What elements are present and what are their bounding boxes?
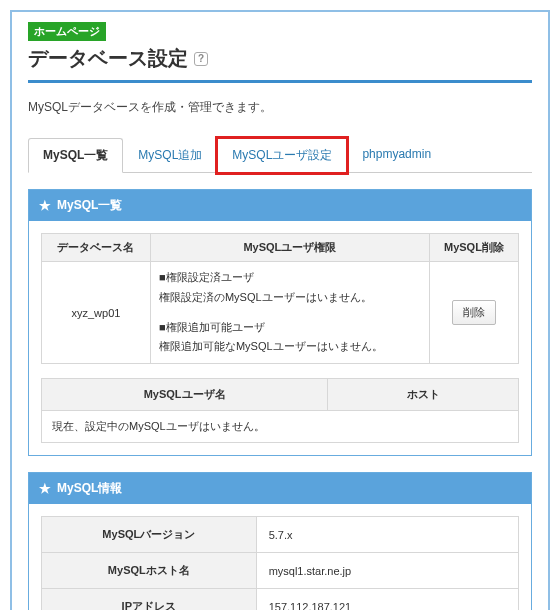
table-row: xyz_wp01 ■権限設定済ユーザ 権限設定済のMySQLユーザーはいません。… xyxy=(42,262,519,364)
info-host-value: mysql1.star.ne.jp xyxy=(256,553,518,589)
col-dbname: データベース名 xyxy=(42,234,151,262)
perm-set-block: ■権限設定済ユーザ 権限設定済のMySQLユーザーはいません。 xyxy=(159,268,421,308)
tab-bar: MySQL一覧 MySQL追加 MySQLユーザ設定 phpmyadmin xyxy=(28,138,532,173)
page-title-text: データベース設定 xyxy=(28,45,188,72)
panel-mysql-list-header: ★ MySQL一覧 xyxy=(29,190,531,221)
col-host: ホスト xyxy=(328,379,519,411)
table-row: MySQLバージョン 5.7.x xyxy=(42,517,519,553)
col-username: MySQLユーザ名 xyxy=(42,379,328,411)
info-version-value: 5.7.x xyxy=(256,517,518,553)
col-delete: MySQL削除 xyxy=(429,234,518,262)
delete-button[interactable]: 削除 xyxy=(452,300,496,325)
tab-mysql-user-settings[interactable]: MySQLユーザ設定 xyxy=(217,138,347,173)
perm-set-msg: 権限設定済のMySQLユーザーはいません。 xyxy=(159,288,421,308)
title-divider xyxy=(28,80,532,83)
cell-dbname: xyz_wp01 xyxy=(42,262,151,364)
table-row: IPアドレス 157.112.187.121 xyxy=(42,589,519,610)
table-row: 現在、設定中のMySQLユーザはいません。 xyxy=(42,411,519,443)
perm-add-msg: 権限追加可能なMySQLユーザーはいません。 xyxy=(159,337,421,357)
tab-mysql-add[interactable]: MySQL追加 xyxy=(123,138,217,173)
panel-mysql-info: ★ MySQL情報 MySQLバージョン 5.7.x MySQLホスト名 mys… xyxy=(28,472,532,610)
perm-set-label: ■権限設定済ユーザ xyxy=(159,268,421,288)
info-version-label: MySQLバージョン xyxy=(42,517,257,553)
section-badge: ホームページ xyxy=(28,22,106,41)
cell-delete: 削除 xyxy=(429,262,518,364)
user-table: MySQLユーザ名 ホスト 現在、設定中のMySQLユーザはいません。 xyxy=(41,378,519,443)
tab-phpmyadmin[interactable]: phpmyadmin xyxy=(347,138,446,173)
help-icon[interactable]: ? xyxy=(194,52,208,66)
info-table: MySQLバージョン 5.7.x MySQLホスト名 mysql1.star.n… xyxy=(41,516,519,610)
col-userperm: MySQLユーザ権限 xyxy=(150,234,429,262)
db-table: データベース名 MySQLユーザ権限 MySQL削除 xyz_wp01 ■権限設… xyxy=(41,233,519,364)
panel-mysql-info-title: MySQL情報 xyxy=(57,480,122,497)
tab-mysql-list[interactable]: MySQL一覧 xyxy=(28,138,123,173)
perm-add-label: ■権限追加可能ユーザ xyxy=(159,318,421,338)
intro-text: MySQLデータベースを作成・管理できます。 xyxy=(28,99,532,116)
panel-mysql-info-header: ★ MySQL情報 xyxy=(29,473,531,504)
info-ip-value: 157.112.187.121 xyxy=(256,589,518,610)
cell-userperm: ■権限設定済ユーザ 権限設定済のMySQLユーザーはいません。 ■権限追加可能ユ… xyxy=(150,262,429,364)
star-icon: ★ xyxy=(39,482,51,495)
perm-add-block: ■権限追加可能ユーザ 権限追加可能なMySQLユーザーはいません。 xyxy=(159,318,421,358)
page-container: ホームページ データベース設定 ? MySQLデータベースを作成・管理できます。… xyxy=(10,10,550,610)
panel-mysql-list-title: MySQL一覧 xyxy=(57,197,122,214)
star-icon: ★ xyxy=(39,199,51,212)
table-row: MySQLホスト名 mysql1.star.ne.jp xyxy=(42,553,519,589)
panel-mysql-info-body: MySQLバージョン 5.7.x MySQLホスト名 mysql1.star.n… xyxy=(29,504,531,610)
info-ip-label: IPアドレス xyxy=(42,589,257,610)
user-table-empty: 現在、設定中のMySQLユーザはいません。 xyxy=(42,411,519,443)
panel-mysql-list-body: データベース名 MySQLユーザ権限 MySQL削除 xyz_wp01 ■権限設… xyxy=(29,221,531,455)
page-title: データベース設定 ? xyxy=(28,45,532,72)
info-host-label: MySQLホスト名 xyxy=(42,553,257,589)
panel-mysql-list: ★ MySQL一覧 データベース名 MySQLユーザ権限 MySQL削除 xyz… xyxy=(28,189,532,456)
